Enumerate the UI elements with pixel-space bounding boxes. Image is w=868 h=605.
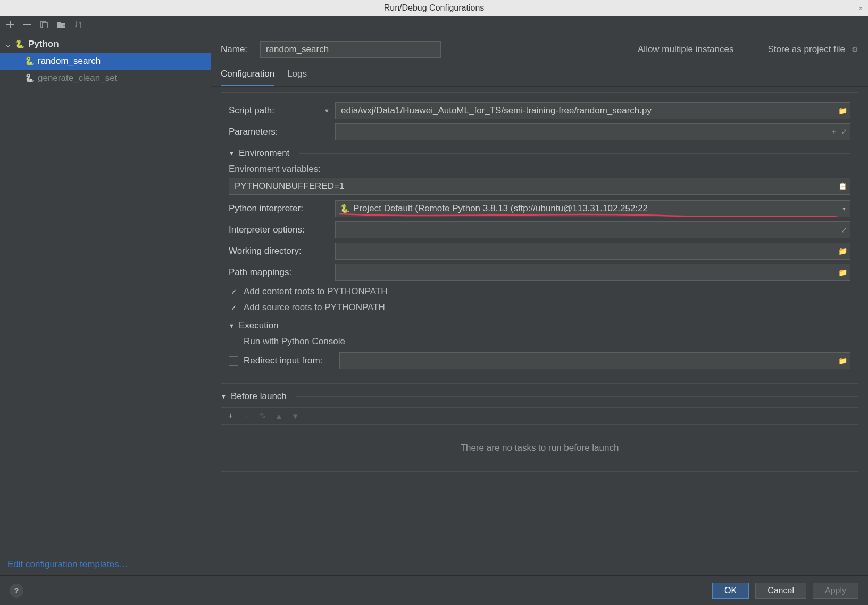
working-dir-row: Working directory: 📁 — [229, 243, 850, 260]
tree-item-label: generate_clean_set — [38, 73, 117, 84]
add-content-roots-checkbox[interactable]: Add content roots to PYTHONPATH — [229, 286, 850, 297]
tab-logs[interactable]: Logs — [287, 63, 307, 86]
before-launch-list: There are no tasks to run before launch — [221, 424, 858, 472]
folder-icon[interactable]: 📁 — [838, 106, 847, 115]
form-scroll-area[interactable]: Script path: ▼ 📁 Parameters: — [211, 87, 868, 575]
gear-icon[interactable]: ⚙ — [852, 45, 858, 54]
interpreter-options-row: Interpreter options: ⤢ — [229, 221, 850, 238]
chevron-down-icon: ▼ — [221, 393, 227, 400]
python-icon: 🐍 — [340, 204, 350, 213]
checkbox-checked-icon — [229, 303, 238, 312]
chevron-down-icon: ▼ — [229, 322, 235, 329]
plus-icon[interactable]: ＋ — [830, 127, 838, 137]
redirect-input-field[interactable] — [339, 352, 850, 369]
chevron-down-icon: ▼ — [324, 107, 330, 114]
interpreter-label: Python interpreter: — [229, 203, 330, 214]
path-mappings-input[interactable] — [335, 264, 850, 281]
tree-item-label: random_search — [38, 56, 101, 67]
bottombar: ? OK Cancel Apply — [0, 575, 868, 605]
config-tree: ⌄ 🐍 Python 🐍 random_search 🐍 generate_cl… — [0, 32, 211, 554]
env-vars-label: Environment variables: — [229, 164, 850, 175]
env-vars-input[interactable] — [229, 178, 850, 195]
sort-icon[interactable] — [73, 20, 83, 29]
name-input[interactable] — [260, 41, 441, 58]
move-down-icon[interactable]: ▼ — [291, 411, 299, 420]
folder-icon[interactable]: 📁 — [838, 268, 847, 277]
edit-templates-link[interactable]: Edit configuration templates… — [7, 559, 128, 569]
parameters-input[interactable] — [335, 123, 850, 140]
folder-icon[interactable]: 📁 — [838, 357, 847, 365]
configuration-panel: Script path: ▼ 📁 Parameters: — [221, 92, 858, 384]
remove-task-icon[interactable]: － — [243, 411, 251, 421]
path-mappings-row: Path mappings: 📁 — [229, 264, 850, 281]
list-icon[interactable]: 📋 — [838, 182, 847, 190]
expand-icon[interactable]: ⤢ — [841, 127, 847, 137]
interpreter-options-input[interactable] — [335, 221, 850, 238]
config-tree-sidebar: ⌄ 🐍 Python 🐍 random_search 🐍 generate_cl… — [0, 32, 211, 575]
svg-text:+: + — [63, 23, 65, 28]
close-icon[interactable]: × — [858, 4, 863, 12]
no-tasks-text: There are no tasks to run before launch — [461, 443, 619, 453]
remove-config-icon[interactable] — [22, 20, 32, 29]
name-bar: Name: Allow multiple instances Store as … — [211, 32, 868, 63]
name-label: Name: — [221, 44, 251, 55]
titlebar: Run/Debug Configurations × — [0, 0, 868, 16]
svg-rect-0 — [23, 24, 31, 25]
checkbox-icon — [229, 337, 238, 346]
allow-multiple-checkbox[interactable]: Allow multiple instances — [624, 44, 733, 55]
move-up-icon[interactable]: ▲ — [275, 411, 283, 420]
interpreter-row: Python interpreter: 🐍 Project Default (R… — [229, 200, 850, 217]
add-task-icon[interactable]: ＋ — [227, 411, 235, 421]
interpreter-value: Project Default (Remote Python 3.8.13 (s… — [353, 203, 648, 214]
working-dir-input[interactable] — [335, 243, 850, 260]
script-path-row: Script path: ▼ 📁 — [229, 102, 850, 119]
edit-task-icon[interactable]: ✎ — [260, 411, 266, 421]
interpreter-dropdown[interactable]: 🐍 Project Default (Remote Python 3.8.13 … — [335, 200, 850, 217]
store-as-project-checkbox[interactable]: Store as project file ⚙ — [754, 44, 858, 55]
sidebar-footer: Edit configuration templates… — [0, 554, 211, 575]
checkbox-icon — [624, 45, 633, 54]
environment-section-header[interactable]: ▼ Environment — [229, 148, 850, 159]
expand-icon[interactable]: ⤢ — [841, 226, 847, 234]
ok-button[interactable]: OK — [712, 583, 749, 599]
tree-group-label: Python — [28, 39, 59, 49]
tree-item-random-search[interactable]: 🐍 random_search — [0, 53, 211, 70]
execution-section-header[interactable]: ▼ Execution — [229, 320, 850, 331]
window-title: Run/Debug Configurations — [384, 3, 485, 13]
add-source-roots-checkbox[interactable]: Add source roots to PYTHONPATH — [229, 302, 850, 313]
redirect-input-row: Redirect input from: 📁 — [229, 352, 850, 369]
before-launch-section-header[interactable]: ▼ Before launch — [221, 391, 858, 402]
script-path-label-drop[interactable]: Script path: ▼ — [229, 105, 330, 116]
save-template-icon[interactable]: + — [56, 20, 66, 29]
checkbox-icon[interactable] — [229, 356, 238, 366]
copy-config-icon[interactable] — [39, 20, 49, 29]
svg-rect-2 — [43, 22, 47, 28]
apply-button[interactable]: Apply — [813, 583, 858, 599]
chevron-down-icon: ▼ — [229, 150, 235, 156]
cancel-button[interactable]: Cancel — [755, 583, 806, 599]
script-path-input[interactable] — [335, 102, 850, 119]
interpreter-options-label: Interpreter options: — [229, 225, 330, 235]
add-config-icon[interactable] — [5, 20, 15, 29]
python-icon: 🐍 — [15, 39, 25, 49]
help-icon[interactable]: ? — [10, 584, 23, 598]
parameters-row: Parameters: ＋ ⤢ — [229, 123, 850, 140]
tab-configuration[interactable]: Configuration — [221, 63, 274, 86]
parameters-label: Parameters: — [229, 127, 330, 137]
run-python-console-checkbox[interactable]: Run with Python Console — [229, 336, 850, 347]
redirect-input-label: Redirect input from: — [244, 355, 334, 366]
working-dir-label: Working directory: — [229, 246, 330, 256]
config-toolbar: + — [0, 16, 868, 32]
tree-item-generate-clean-set[interactable]: 🐍 generate_clean_set — [0, 70, 211, 87]
python-icon: 🐍 — [24, 56, 35, 66]
config-content: Name: Allow multiple instances Store as … — [211, 32, 868, 575]
tabs: Configuration Logs — [211, 63, 868, 87]
store-as-project-label: Store as project file — [767, 44, 845, 55]
folder-icon[interactable]: 📁 — [838, 247, 847, 255]
tree-group-python[interactable]: ⌄ 🐍 Python — [0, 36, 211, 53]
path-mappings-label: Path mappings: — [229, 267, 330, 278]
checkbox-icon — [754, 45, 763, 54]
before-launch-toolbar: ＋ － ✎ ▲ ▼ — [221, 407, 858, 424]
chevron-down-icon: ⌄ — [4, 39, 12, 50]
python-icon: 🐍 — [24, 73, 35, 83]
